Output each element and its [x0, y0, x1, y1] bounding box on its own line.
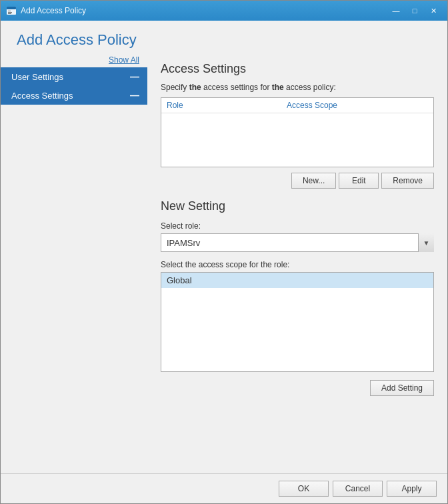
scope-label: Select the access scope for the role:	[161, 260, 434, 269]
minimize-button[interactable]: —	[387, 4, 405, 17]
window-icon	[6, 5, 17, 16]
role-label: Select role:	[161, 221, 434, 231]
main-window: Add Access Policy — □ ✕ Add Access Polic…	[0, 0, 448, 504]
role-select-wrapper: IPAMSrv ▼	[161, 233, 434, 252]
sidebar-item-label: Access Settings	[11, 91, 73, 101]
svg-rect-4	[8, 13, 11, 14]
scope-item-global[interactable]: Global	[161, 273, 433, 288]
apply-button[interactable]: Apply	[387, 481, 437, 497]
bottom-bar: OK Cancel Apply	[1, 473, 447, 503]
access-table: Role Access Scope	[161, 97, 434, 167]
role-select[interactable]: IPAMSrv	[161, 233, 434, 252]
title-bar-text: Add Access Policy	[21, 6, 387, 15]
page-title: Add Access Policy	[17, 31, 431, 49]
page-header: Add Access Policy	[1, 21, 447, 54]
edit-button[interactable]: Edit	[339, 173, 379, 189]
maximize-button[interactable]: □	[406, 4, 423, 17]
table-col-scope: Access Scope	[287, 101, 428, 110]
table-body	[161, 113, 433, 167]
svg-rect-3	[8, 12, 12, 13]
sidebar: Show All User Settings — Access Settings…	[1, 54, 147, 473]
new-setting-section: New Setting Select role: IPAMSrv ▼ Selec…	[161, 199, 434, 396]
main-area: Show All User Settings — Access Settings…	[1, 54, 447, 473]
new-button[interactable]: New...	[291, 173, 336, 189]
show-all-link[interactable]: Show All	[1, 54, 147, 67]
sidebar-item-collapse-access: —	[130, 90, 139, 101]
access-settings-title: Access Settings	[161, 62, 434, 76]
cancel-button[interactable]: Cancel	[333, 481, 383, 497]
new-setting-title: New Setting	[161, 199, 434, 213]
close-button[interactable]: ✕	[425, 4, 442, 17]
sidebar-item-access-settings[interactable]: Access Settings —	[1, 86, 147, 105]
content-area: Access Settings Specify the access setti…	[147, 54, 447, 473]
access-settings-description: Specify the access settings for the acce…	[161, 83, 434, 92]
title-bar: Add Access Policy — □ ✕	[1, 1, 447, 21]
remove-button[interactable]: Remove	[381, 173, 434, 189]
window-content: Add Access Policy Show All User Settings…	[1, 21, 447, 503]
table-buttons: New... Edit Remove	[161, 173, 434, 189]
table-header: Role Access Scope	[161, 98, 433, 113]
svg-rect-1	[7, 7, 16, 9]
access-scope-container[interactable]: Global	[161, 272, 434, 372]
add-setting-row: Add Setting	[161, 380, 434, 396]
sidebar-item-label: User Settings	[11, 72, 63, 82]
window-controls: — □ ✕	[387, 4, 442, 17]
ok-button[interactable]: OK	[279, 481, 329, 497]
table-col-role: Role	[167, 101, 287, 110]
add-setting-button[interactable]: Add Setting	[370, 380, 434, 396]
sidebar-item-user-settings[interactable]: User Settings —	[1, 67, 147, 86]
svg-rect-2	[8, 11, 11, 11]
sidebar-item-collapse-user: —	[130, 71, 139, 82]
